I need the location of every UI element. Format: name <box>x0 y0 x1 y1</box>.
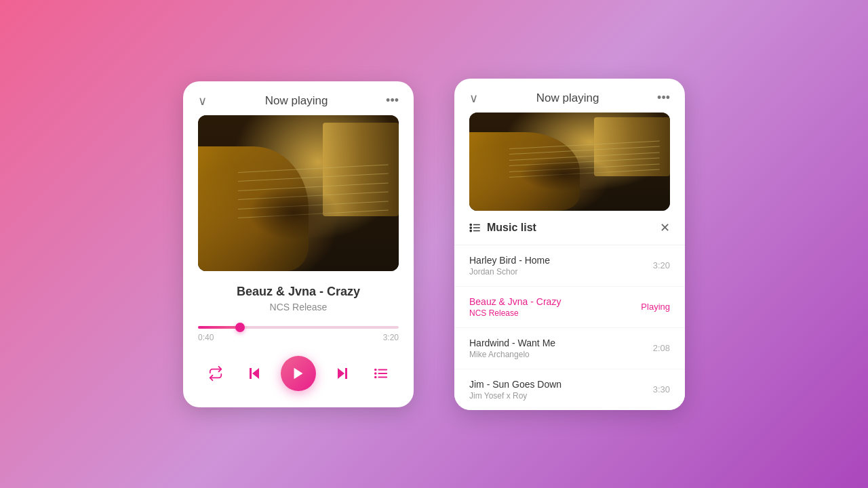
svg-point-16 <box>470 230 471 231</box>
repeat-button[interactable] <box>203 361 228 386</box>
chevron-down-icon[interactable]: ∨ <box>198 94 207 108</box>
svg-marker-0 <box>252 368 259 379</box>
prev-button[interactable] <box>242 361 267 386</box>
music-list-panel: Music list ✕ Harley Bird - Home Jordan S… <box>454 211 685 410</box>
progress-thumb[interactable] <box>235 323 245 332</box>
track-duration: 3:30 <box>653 384 670 394</box>
track-duration: 2:08 <box>653 343 670 353</box>
svg-marker-2 <box>294 367 303 379</box>
track-artist: Jordan Schor <box>469 267 550 277</box>
music-list-close-button[interactable]: ✕ <box>660 220 670 235</box>
svg-point-15 <box>470 226 471 228</box>
track-duration: 3:20 <box>653 260 670 270</box>
list-item[interactable]: Jim - Sun Goes Down Jim Yosef x Roy 3:30 <box>454 369 685 410</box>
total-time: 3:20 <box>383 333 399 342</box>
list-more-options-icon[interactable]: ••• <box>657 91 670 105</box>
current-time: 0:40 <box>198 333 214 342</box>
time-labels: 0:40 3:20 <box>198 329 399 349</box>
player-header: ∨ Now playing ••• <box>183 81 414 115</box>
player-info: Beauz & Jvna - Crazy NCS Release <box>183 271 414 318</box>
svg-point-9 <box>375 373 376 374</box>
svg-marker-3 <box>338 368 344 379</box>
track-info: Jim - Sun Goes Down Jim Yosef x Roy <box>469 379 561 401</box>
queue-button[interactable] <box>369 361 393 386</box>
track-artist-playing: NCS Release <box>469 308 561 318</box>
list-item[interactable]: Harley Bird - Home Jordan Schor 3:20 <box>454 245 685 287</box>
svg-point-14 <box>470 224 471 225</box>
song-title: Beauz & Jvna - Crazy <box>198 285 399 299</box>
svg-rect-4 <box>345 368 347 379</box>
music-list-icon <box>469 222 481 234</box>
track-name: Harley Bird - Home <box>469 255 550 266</box>
track-info: Harley Bird - Home Jordan Schor <box>469 255 550 277</box>
hand-shadow-decoration <box>248 185 338 240</box>
next-button[interactable] <box>330 361 355 386</box>
track-artist: Jim Yosef x Roy <box>469 391 561 401</box>
album-art <box>198 115 399 271</box>
list-now-playing-title: Now playing <box>536 92 599 105</box>
progress-fill <box>198 326 240 329</box>
list-card-header: ∨ Now playing ••• <box>454 79 685 113</box>
progress-track[interactable] <box>198 326 399 329</box>
track-info: Hardwind - Want Me Mike Archangelo <box>469 338 555 359</box>
track-name: Jim - Sun Goes Down <box>469 379 561 390</box>
player-card: ∨ Now playing ••• Beauz & Jvna - Crazy N… <box>183 81 414 407</box>
list-item[interactable]: Beauz & Jvna - Crazy NCS Release Playing <box>454 287 685 328</box>
list-album-art <box>469 113 670 211</box>
list-chevron-down-icon[interactable]: ∨ <box>469 91 478 106</box>
playing-badge: Playing <box>641 302 670 312</box>
now-playing-title: Now playing <box>265 94 328 108</box>
song-artist: NCS Release <box>198 302 399 312</box>
more-options-icon[interactable]: ••• <box>386 94 399 108</box>
player-controls <box>183 350 414 407</box>
track-info-playing: Beauz & Jvna - Crazy NCS Release <box>469 296 561 318</box>
svg-rect-1 <box>250 368 252 379</box>
list-hand-shadow-decoration <box>519 157 610 191</box>
music-list-header: Music list ✕ <box>454 211 685 245</box>
music-list-title: Music list <box>469 222 536 234</box>
play-button[interactable] <box>281 356 316 391</box>
track-name-playing: Beauz & Jvna - Crazy <box>469 296 561 307</box>
track-artist: Mike Archangelo <box>469 350 555 359</box>
list-item[interactable]: Hardwind - Want Me Mike Archangelo 2:08 <box>454 328 685 369</box>
track-name: Hardwind - Want Me <box>469 338 555 348</box>
list-card: ∨ Now playing ••• <box>454 79 685 410</box>
svg-point-8 <box>375 369 376 370</box>
progress-area: 0:40 3:20 <box>183 318 414 350</box>
svg-point-10 <box>375 376 376 378</box>
